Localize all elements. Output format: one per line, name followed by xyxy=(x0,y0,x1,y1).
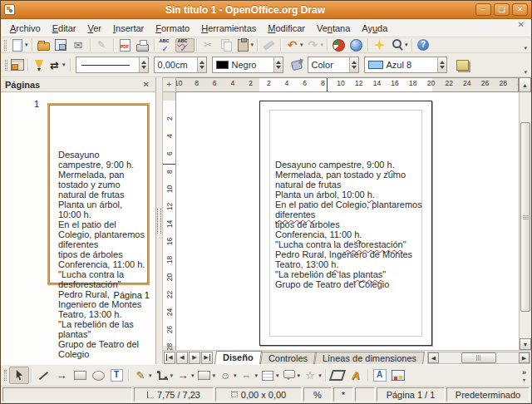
rectangle-button[interactable] xyxy=(71,367,90,384)
toolbar-grip[interactable] xyxy=(2,367,9,384)
lines-arrows-button[interactable]: ▾ xyxy=(175,367,196,384)
gallery-button[interactable] xyxy=(348,38,366,52)
export-pdf-button[interactable] xyxy=(117,38,135,52)
page-style-cell[interactable]: Predeterminado xyxy=(446,387,530,402)
toolbar-grip[interactable] xyxy=(2,58,9,72)
email-button[interactable] xyxy=(71,38,88,52)
title-bar[interactable]: Sin título 1 - OpenOffice.org Draw – ❑ ✕ xyxy=(1,1,531,19)
line-style-spinner[interactable] xyxy=(139,57,148,72)
menu-modificar[interactable]: Modificar xyxy=(262,21,311,36)
drawing-canvas[interactable]: Desayuno campestre, 9:00 h. Mermelada, p… xyxy=(176,92,519,350)
toolbar-overflow[interactable]: » ▾ xyxy=(522,368,530,382)
stars-button[interactable]: ▾ xyxy=(302,367,323,384)
scroll-right-button[interactable]: ▶ xyxy=(519,352,530,363)
chart-button[interactable] xyxy=(331,38,348,52)
fill-type-select[interactable]: Color xyxy=(308,57,359,73)
toolbar-grip[interactable] xyxy=(2,38,9,52)
line-color-select[interactable]: Negro xyxy=(212,57,283,73)
area-style-button[interactable] xyxy=(289,58,305,72)
menu-ayuda[interactable]: Ayuda xyxy=(356,21,393,36)
vertical-scrollbar-track[interactable] xyxy=(520,92,531,338)
ellipse-button[interactable] xyxy=(90,367,108,384)
page-thumbnail[interactable]: Desayuno campestre, 9:00 h. Mermelada, p… xyxy=(47,103,150,285)
document-page[interactable]: Desayuno campestre, 9:00 h. Mermelada, p… xyxy=(259,101,432,346)
cut-button[interactable] xyxy=(200,38,218,52)
insert-picture-button[interactable] xyxy=(390,367,408,384)
minimize-button[interactable]: – xyxy=(475,3,491,16)
line-dialog-button[interactable] xyxy=(31,58,47,72)
select-button[interactable] xyxy=(9,367,29,384)
callouts-button[interactable]: ▾ xyxy=(281,367,303,384)
horizontal-scrollbar-track[interactable] xyxy=(439,352,519,363)
help-button[interactable] xyxy=(416,38,433,52)
menu-ventana[interactable]: Ventana xyxy=(311,21,356,36)
menu-insertar[interactable]: Insertar xyxy=(107,21,150,36)
shadow-button[interactable] xyxy=(455,58,470,72)
panel-close-icon[interactable]: ✕ xyxy=(141,80,151,89)
menu-formato[interactable]: Formato xyxy=(150,21,195,36)
scroll-down-button[interactable]: ▼ xyxy=(520,338,531,350)
menu-herramientas[interactable]: Herramientas xyxy=(195,21,262,36)
scroll-up-button[interactable]: ▲ xyxy=(519,77,531,92)
curve-button[interactable]: ▾ xyxy=(132,367,154,384)
redo-button[interactable]: ▾ xyxy=(305,38,326,52)
menu-editar[interactable]: Editar xyxy=(47,21,82,36)
line-width-input[interactable]: 0,00cm xyxy=(154,57,207,73)
toolbar-overflow-icon[interactable]: ▾ xyxy=(524,45,530,52)
save-button[interactable] xyxy=(53,38,71,52)
maximize-button[interactable]: ❑ xyxy=(494,3,510,16)
arrow-button[interactable] xyxy=(53,367,71,384)
format-paintbrush-button[interactable] xyxy=(261,38,278,52)
previous-layer-button[interactable]: ◀ xyxy=(176,352,188,364)
document-text[interactable]: Desayuno campestre, 9:00 h. Mermelada, p… xyxy=(275,160,425,289)
spellcheck-button[interactable] xyxy=(158,38,175,52)
autospellcheck-button[interactable] xyxy=(175,38,195,52)
arrow-style-button[interactable]: ▾ xyxy=(47,58,67,72)
vertical-scrollbar-thumb[interactable] xyxy=(520,122,530,312)
zoom-cell[interactable]: % xyxy=(303,387,332,402)
next-layer-button[interactable]: ▶ xyxy=(189,352,200,364)
symbol-shapes-button[interactable]: ▾ xyxy=(217,367,239,384)
block-arrows-button[interactable]: ▾ xyxy=(239,367,260,384)
copy-button[interactable] xyxy=(218,38,235,52)
vertical-scrollbar[interactable]: ▼ xyxy=(519,92,531,350)
insert-text-box-button[interactable] xyxy=(372,367,390,384)
fontwork-gallery-button[interactable] xyxy=(347,367,366,384)
vertical-ruler[interactable]: 246810121416182022242628 xyxy=(163,92,176,350)
horizontal-scrollbar-thumb[interactable] xyxy=(461,352,496,363)
fill-type-spinner[interactable] xyxy=(349,57,358,72)
toolbar-overflow-icon[interactable]: ▾ xyxy=(524,69,530,76)
menu-ver[interactable]: Ver xyxy=(81,21,107,36)
basic-shapes-button[interactable]: ▾ xyxy=(196,367,218,384)
text-button[interactable] xyxy=(108,367,126,384)
line-style-select[interactable] xyxy=(76,57,149,73)
new-button[interactable]: ▾ xyxy=(9,38,30,52)
connector-button[interactable]: ▾ xyxy=(154,367,175,384)
horizontal-ruler[interactable]: 10864224681012141618202224262830 xyxy=(176,77,519,92)
flowchart-button[interactable]: ▾ xyxy=(259,367,281,384)
edit-file-button[interactable] xyxy=(94,38,111,52)
navigator-button[interactable] xyxy=(372,38,389,52)
first-layer-button[interactable]: ◀ xyxy=(164,352,175,364)
print-button[interactable] xyxy=(135,38,152,52)
tab-controles[interactable]: Controles xyxy=(260,352,316,364)
scroll-left-button[interactable]: ◀ xyxy=(428,352,439,363)
horizontal-scrollbar[interactable]: ◀ ▶ xyxy=(427,352,530,364)
open-button[interactable] xyxy=(36,38,53,52)
line-color-spinner[interactable] xyxy=(273,57,283,72)
panel-splitter[interactable] xyxy=(156,77,163,364)
paste-button[interactable]: ▾ xyxy=(235,38,256,52)
line-button[interactable] xyxy=(35,367,53,384)
edit-points-button[interactable] xyxy=(329,367,347,384)
undo-button[interactable]: ▾ xyxy=(284,38,305,52)
styles-button[interactable] xyxy=(9,58,25,72)
close-document-icon[interactable]: ✕ xyxy=(513,20,530,29)
zoom-button[interactable]: ▾ xyxy=(389,38,410,52)
tab-lineas-de-dimensiones[interactable]: Líneas de dimensiones xyxy=(314,352,425,364)
close-button[interactable]: ✕ xyxy=(512,3,528,16)
line-width-spinner[interactable] xyxy=(197,57,206,72)
fill-color-spinner[interactable] xyxy=(437,57,446,72)
fill-color-select[interactable]: Azul 8 xyxy=(364,57,447,73)
tab-diseno[interactable]: Diseño xyxy=(214,351,262,364)
last-layer-button[interactable]: ▶ xyxy=(201,352,213,364)
